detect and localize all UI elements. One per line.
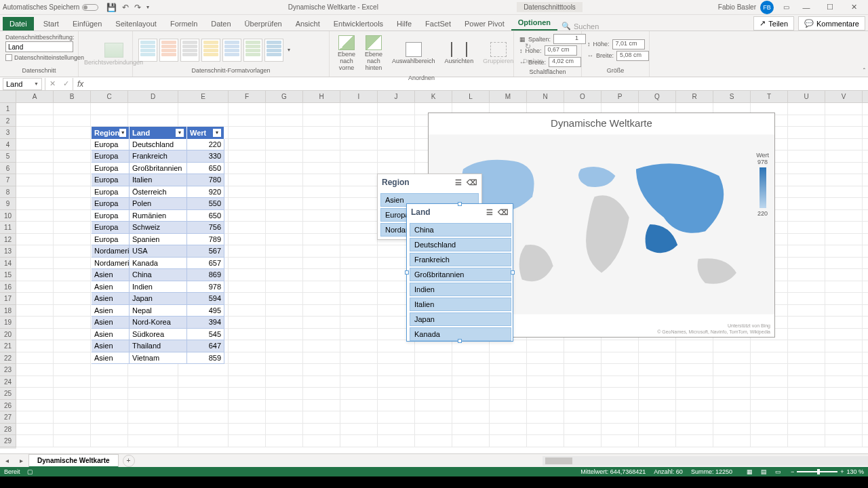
slicer-height-spinner[interactable]: 7,01 cm [612, 39, 645, 49]
slicer-style-gallery[interactable] [138, 39, 283, 62]
col-header[interactable]: P [601, 91, 639, 102]
slicer-item[interactable]: Indien [410, 283, 511, 296]
header-wert[interactable]: Wert▼ [187, 127, 224, 139]
normal-view-icon[interactable]: ▦ [743, 468, 757, 476]
table-row[interactable]: NordamerikaUSA567 [92, 245, 224, 258]
col-header[interactable]: F [229, 91, 266, 102]
cells-area[interactable]: Region▼ Land▼ Wert▼ EuropaDeutschland220… [16, 103, 868, 449]
close-button[interactable]: ✕ [842, 0, 865, 15]
ribbon-tab-ansicht[interactable]: Ansicht [289, 17, 327, 30]
user-account[interactable]: Fabio Basler FB ▭ [718, 1, 789, 14]
avatar-icon[interactable]: FB [760, 1, 774, 14]
table-row[interactable]: AsienSüdkorea545 [92, 329, 224, 341]
row-header[interactable]: 20 [0, 329, 16, 341]
table-row[interactable]: EuropaFrankreich330 [92, 150, 224, 163]
table-row[interactable]: EuropaItalien780 [92, 174, 224, 186]
row-header[interactable]: 16 [0, 281, 16, 293]
slicer-item[interactable]: Japan [410, 312, 511, 326]
clear-filter-icon[interactable]: ⌫ [467, 177, 477, 188]
ribbon-tab-seitenlayout[interactable]: Seitenlayout [108, 17, 163, 30]
row-header[interactable]: 3 [0, 127, 16, 139]
row-header[interactable]: 24 [0, 376, 16, 388]
multi-select-icon[interactable]: ☰ [484, 207, 495, 218]
undo-icon[interactable]: ↶ [122, 3, 129, 12]
page-break-icon[interactable]: ▭ [772, 468, 785, 476]
row-header[interactable]: 6 [0, 163, 16, 175]
redo-icon[interactable]: ↷ [134, 3, 141, 12]
ribbon-tab-factset[interactable]: FactSet [418, 17, 458, 30]
align-button[interactable]: Ausrichten [442, 41, 477, 66]
filter-dropdown-icon[interactable]: ▼ [176, 129, 184, 137]
slicer-style-item[interactable] [159, 39, 178, 62]
slicer-land[interactable]: Land ☰⌫ ChinaDeutschlandFrankreichGroßbr… [406, 203, 513, 342]
fx-icon[interactable]: fx [77, 79, 83, 89]
row-header[interactable]: 22 [0, 352, 16, 365]
row-header[interactable]: 19 [0, 317, 16, 329]
row-header[interactable]: 28 [0, 424, 16, 436]
selection-pane-button[interactable]: Auswahlbereich [389, 41, 438, 66]
row-header[interactable]: 12 [0, 234, 16, 246]
row-header[interactable]: 9 [0, 198, 16, 210]
comments-button[interactable]: 💬Kommentare [798, 16, 865, 30]
resize-handle[interactable] [405, 270, 409, 274]
col-header[interactable]: E [178, 91, 229, 102]
table-row[interactable]: EuropaPolen550 [92, 198, 224, 210]
slicer-style-item[interactable] [222, 39, 241, 62]
macro-record-icon[interactable]: ▢ [27, 468, 33, 475]
table-row[interactable]: EuropaRumänien650 [92, 210, 224, 222]
table-row[interactable]: AsienNord-Korea394 [92, 317, 224, 329]
chevron-down-icon[interactable]: ▼ [34, 81, 39, 86]
table-row[interactable]: NordamerikaKanada657 [92, 258, 224, 270]
row-header[interactable]: 25 [0, 388, 16, 400]
slicer-settings-link[interactable]: Datenschnitteinstellungen [5, 54, 84, 61]
row-header[interactable]: 18 [0, 305, 16, 317]
enter-formula-icon[interactable]: ✓ [59, 78, 73, 90]
cancel-formula-icon[interactable]: ✕ [45, 78, 59, 90]
col-header[interactable]: N [527, 91, 564, 102]
col-header[interactable]: D [128, 91, 178, 102]
name-box[interactable]: Land▼ [3, 78, 42, 90]
clear-filter-icon[interactable]: ⌫ [498, 207, 509, 218]
collapse-ribbon-icon[interactable]: ˆ [863, 68, 865, 75]
ribbon-tab-power pivot[interactable]: Power Pivot [458, 17, 511, 30]
resize-handle[interactable] [458, 202, 462, 206]
col-header[interactable]: H [303, 91, 340, 102]
col-header[interactable]: Q [639, 91, 676, 102]
row-header[interactable]: 17 [0, 293, 16, 305]
scroll-thumb[interactable] [545, 458, 572, 464]
slicer-style-item[interactable] [201, 39, 220, 62]
row-header[interactable]: 11 [0, 222, 16, 234]
slicer-item[interactable]: Frankreich [410, 253, 511, 266]
report-connections-button[interactable]: Berichtsverbindungen [84, 43, 143, 66]
table-row[interactable]: EuropaDeutschland220 [92, 139, 224, 151]
col-header[interactable]: U [788, 91, 825, 102]
ribbon-tab-optionen[interactable]: Optionen [511, 16, 557, 30]
ribbon-tab-hilfe[interactable]: Hilfe [390, 17, 418, 30]
zoom-level[interactable]: 130 % [846, 468, 864, 475]
add-sheet-button[interactable]: + [123, 455, 135, 467]
send-backward-button[interactable]: Ebene nach hinten [362, 34, 385, 73]
ribbon-tab-überprüfen[interactable]: Überprüfen [238, 17, 289, 30]
slicer-caption-input[interactable] [5, 41, 73, 52]
slicer-width-spinner[interactable]: 5,08 cm [616, 51, 649, 61]
header-region[interactable]: Region▼ [92, 127, 130, 139]
multi-select-icon[interactable]: ☰ [453, 177, 464, 188]
slicer-style-item[interactable] [264, 39, 283, 62]
row-header[interactable]: 5 [0, 150, 16, 163]
col-header[interactable]: K [415, 91, 452, 102]
maximize-button[interactable]: ☐ [818, 0, 842, 15]
table-row[interactable]: AsienNepal495 [92, 305, 224, 317]
table-row[interactable]: AsienThailand647 [92, 340, 224, 352]
slicer-item[interactable]: China [410, 223, 511, 237]
group-button[interactable]: Gruppieren [480, 41, 516, 66]
col-header[interactable]: M [490, 91, 527, 102]
gallery-more-icon[interactable]: ▾ [288, 47, 290, 53]
row-header[interactable]: 29 [0, 435, 16, 447]
filter-dropdown-icon[interactable]: ▼ [119, 129, 126, 137]
filter-dropdown-icon[interactable]: ▼ [213, 129, 221, 137]
row-header[interactable]: 1 [0, 103, 16, 115]
zoom-slider[interactable] [797, 471, 837, 472]
slicer-style-item[interactable] [243, 39, 262, 62]
sheet-nav-prev-icon[interactable]: ◂ [0, 457, 14, 464]
ribbon-tab-start[interactable]: Start [37, 17, 66, 30]
